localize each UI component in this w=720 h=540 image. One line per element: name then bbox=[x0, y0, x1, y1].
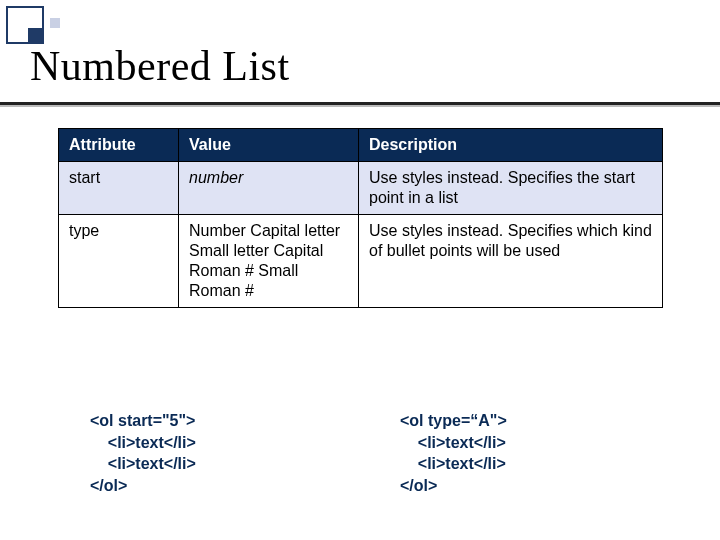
attributes-table: Attribute Value Description start number… bbox=[58, 128, 663, 308]
col-description: Description bbox=[359, 129, 663, 162]
title-rule-shadow bbox=[0, 105, 720, 107]
col-value: Value bbox=[179, 129, 359, 162]
table-row: start number Use styles instead. Specifi… bbox=[59, 162, 663, 215]
cell-desc: Use styles instead. Specifies which kind… bbox=[359, 215, 663, 308]
decor-square-light bbox=[50, 18, 60, 28]
cell-attr: type bbox=[59, 215, 179, 308]
slide: Numbered List Attribute Value Descriptio… bbox=[0, 0, 720, 540]
cell-value: Number Capital letter Small letter Capit… bbox=[179, 215, 359, 308]
code-example-type: <ol type=“A"> <li>text</li> <li>text</li… bbox=[400, 410, 507, 496]
table-header-row: Attribute Value Description bbox=[59, 129, 663, 162]
col-attribute: Attribute bbox=[59, 129, 179, 162]
cell-value: number bbox=[179, 162, 359, 215]
code-example-start: <ol start="5"> <li>text</li> <li>text</l… bbox=[90, 410, 196, 496]
cell-attr: start bbox=[59, 162, 179, 215]
table-row: type Number Capital letter Small letter … bbox=[59, 215, 663, 308]
cell-desc: Use styles instead. Specifies the start … bbox=[359, 162, 663, 215]
page-title: Numbered List bbox=[30, 42, 290, 90]
corner-decor bbox=[6, 6, 44, 44]
